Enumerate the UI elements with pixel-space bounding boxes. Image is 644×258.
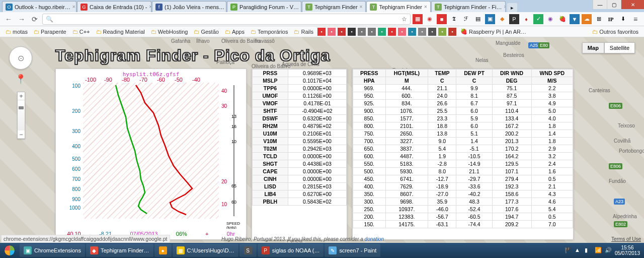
ext-icon-7[interactable]: ▣ [485, 14, 495, 24]
ext-icon-1[interactable]: ▦ [413, 14, 423, 24]
ext-icon-10[interactable]: ♦ [521, 14, 531, 24]
bookmark-ext-6[interactable]: ▪ [378, 28, 386, 36]
zoom-in-button[interactable]: + [18, 92, 25, 100]
streetview-pegman[interactable] [15, 74, 26, 89]
bookmark-ext-11[interactable]: ▪ [428, 28, 436, 36]
start-button[interactable] [0, 243, 19, 258]
svg-text:-70: -70 [139, 78, 147, 83]
chrome-menu-button[interactable]: ≡ [630, 14, 641, 25]
taskbar-item-4[interactable]: S [239, 244, 257, 257]
tray-volume-icon[interactable]: 🔊 [605, 247, 612, 254]
taskbar-item-5[interactable]: Psiglas do NOAA (… [258, 244, 324, 257]
bookmark-ext-7[interactable]: ▪ [388, 28, 396, 36]
taskbar-item-2[interactable]: ● [154, 244, 172, 257]
ext-ip-icon[interactable]: IP [606, 14, 616, 24]
bookmark-8[interactable]: 🗀Rails [291, 29, 315, 35]
forward-button[interactable]: → [16, 14, 27, 25]
bookmark-7[interactable]: 🗀Temporários [248, 29, 291, 35]
window-min-button[interactable]: — [593, 0, 607, 9]
tab-close-icon[interactable]: × [504, 4, 505, 10]
new-tab-button[interactable]: ▸ [507, 3, 517, 12]
bookmark-4[interactable]: 🗀WebHosting [148, 29, 191, 35]
ext-icon-3[interactable]: ■ [437, 14, 447, 24]
reload-button[interactable]: ⟳ [29, 14, 40, 25]
tab-close-icon[interactable]: × [149, 4, 151, 10]
browser-tab-4[interactable]: TTephigram Finder× [302, 1, 366, 12]
bookmark-1[interactable]: 🗀Parapente [31, 29, 69, 35]
params-panel: PRSS0.9689E+03MSLP0.1017E+04TPP60.0000E+… [252, 69, 347, 240]
bookmark-6[interactable]: 🗀Apps [222, 29, 247, 35]
ext-icon-13[interactable]: 🍓 [557, 14, 568, 24]
tray-up-icon[interactable]: ▲ [575, 247, 582, 254]
ext-icon-15[interactable]: ☁ [582, 14, 592, 24]
ext-icon-4[interactable]: 𝕿 [449, 14, 459, 24]
browser-tab-5[interactable]: TTephigram Finder× [366, 1, 430, 12]
taskbar-item-1[interactable]: ◆Tephigram Finder… [86, 244, 153, 257]
browser-tab-6[interactable]: TTephigram Finder - Fi…× [431, 1, 506, 12]
bookmark-2[interactable]: 🗀C++ [70, 29, 93, 35]
tab-close-icon[interactable]: × [360, 4, 363, 10]
bookmark-ext-3[interactable]: ▪ [348, 28, 356, 36]
taskbar-item-0[interactable]: ▣ChromeExtensions [20, 244, 85, 257]
browser-tab-1[interactable]: GCaixa de Entrada (10) -× [77, 1, 151, 12]
svg-text:-40: -40 [192, 78, 200, 83]
ext-icon-9[interactable]: P [509, 14, 519, 24]
ext-icon-6[interactable]: ▤ [473, 14, 483, 24]
taskbar-item-3[interactable]: ▦C:\Users\Hugo\D… [173, 244, 238, 257]
taskbar-clock[interactable]: 15:5605/07/2013 [615, 245, 640, 256]
ext-icon-8[interactable]: ◆ [497, 14, 507, 24]
terms-link[interactable]: Terms of Use [611, 236, 641, 242]
donation-link[interactable]: donation [365, 236, 384, 242]
bookmarks-overflow[interactable]: 🗀Outros favoritos [590, 29, 641, 35]
bookmark-0[interactable]: 🗀motas [3, 29, 30, 35]
bookmark-3[interactable]: 🗀Reading Material [94, 29, 147, 35]
ext-icon-14[interactable]: ▼ [570, 14, 580, 24]
window-close-button[interactable]: ✕ [621, 0, 644, 9]
bookmark-ext-5[interactable]: ▪ [368, 28, 376, 36]
browser-tab-0[interactable]: OOutlook - hugo.ribeir…× [2, 1, 76, 12]
bookmark-ext-4[interactable]: ▪ [358, 28, 366, 36]
bookmark-ext-9[interactable]: ▪ [408, 28, 416, 36]
browser-tab-3[interactable]: PParagliding Forum - V…× [227, 1, 301, 12]
ext-icon-11[interactable]: ✓ [533, 14, 543, 24]
tab-close-icon[interactable]: × [72, 4, 75, 10]
bookmark-5[interactable]: 🗀Gestão [191, 29, 221, 35]
zoom-slider[interactable] [18, 100, 25, 131]
back-button[interactable]: ← [3, 14, 14, 25]
table-row: 950.600.24.08.187.53.8 [353, 92, 573, 100]
bookmark-ext-0[interactable]: ▪ [317, 28, 326, 36]
browser-toolbar: ← → ⟳ 🔍 ☆ ▦ ◉ ■ 𝕿 ℱ ▤ ▣ ◆ P ♦ ✓ ◉ 🍓 ▼ ☁ … [0, 12, 644, 26]
tab-close-icon[interactable]: × [301, 4, 301, 10]
taskbar-item-label: Tephigram Finder… [101, 247, 149, 253]
map-pan-control[interactable] [9, 46, 32, 70]
tray-flag-icon[interactable]: 🏴 [565, 247, 572, 254]
map-label: Alpedrinha [613, 214, 637, 219]
ext-icon-5[interactable]: ℱ [461, 14, 471, 24]
tephigram-panel: hysplit.t06z.gfsf 100200300 400500600 70… [55, 69, 247, 240]
bookmark-raspberry[interactable]: 🍓Raspberry Pi | An AR… [458, 28, 529, 35]
bookmark-ext-12[interactable]: ▪ [438, 28, 446, 36]
bookmark-ext-10[interactable]: ▪ [418, 28, 426, 36]
bookmark-ext-8[interactable]: ▪ [398, 28, 406, 36]
taskbar-item-6[interactable]: ✎screen7 - Paint [325, 244, 380, 257]
taskbar-app-icon: ▣ [24, 246, 32, 254]
credit-footer: Hugo Ribeiro, Portugal 2013. If you like… [221, 236, 384, 242]
browser-tab-2[interactable]: f(1) João Vieira - mens…× [152, 1, 226, 12]
address-bar[interactable]: 🔍 ☆ [42, 14, 411, 25]
tray-network-icon[interactable]: 📶 [595, 247, 602, 254]
ext-icon-16[interactable]: ⊞ [594, 14, 604, 24]
tray-battery-icon[interactable]: ▮ [585, 247, 592, 254]
bookmark-star-icon[interactable]: ☆ [401, 16, 407, 23]
window-max-button[interactable]: ▢ [607, 0, 621, 9]
bookmark-ext-2[interactable]: ▪ [338, 28, 346, 36]
bookmark-ext-13[interactable]: ▪ [448, 28, 456, 36]
bookmark-ext-1[interactable]: ▪ [328, 28, 336, 36]
ext-icon-2[interactable]: ◉ [425, 14, 435, 24]
ext-icon-17[interactable]: ⬇ [618, 14, 628, 24]
svg-text:-90: -90 [104, 78, 112, 83]
ext-icon-12[interactable]: ◉ [545, 14, 555, 24]
map-type-satellite[interactable]: Satellite [604, 42, 635, 53]
map-type-map[interactable]: Map [582, 42, 604, 53]
zoom-out-button[interactable]: − [18, 131, 25, 139]
tab-close-icon[interactable]: × [424, 4, 427, 10]
